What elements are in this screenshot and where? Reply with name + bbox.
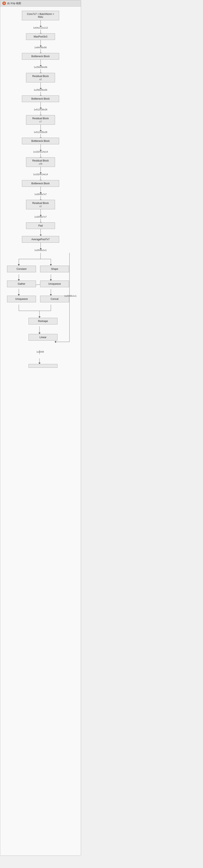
branch-section: Constant Shape Gather Unsqueeze Unsqueez… <box>3 253 78 394</box>
svg-marker-31 <box>38 363 40 364</box>
title-bar: X 由 Xnip 截图 <box>0 0 81 7</box>
arrow-1b <box>40 30 41 33</box>
flow-residual2: Residual Block x7 1x512x28x28 <box>0 115 81 138</box>
node-bottleneck1: Bottleneck Block <box>22 53 59 60</box>
flow-avgpool: AveragePool7x7 1x2048x1x1 <box>0 236 81 253</box>
arrow-1 <box>40 20 41 26</box>
node-bottleneck4: Bottleneck Block <box>22 180 59 187</box>
flow-pad: Pad <box>0 222 81 236</box>
svg-marker-17 <box>18 294 20 296</box>
svg-marker-16 <box>50 294 52 296</box>
svg-marker-5 <box>18 264 20 266</box>
arrow-7 <box>40 144 41 150</box>
arrow-11 <box>40 229 41 235</box>
arrow-12 <box>40 243 41 248</box>
node-avgpool: AveragePool7x7 <box>22 236 59 243</box>
flow-residual1: Residual Block x2 1x256x56x56 <box>0 73 81 95</box>
arrow-2 <box>40 40 41 46</box>
arrow-7b <box>40 154 41 157</box>
arrow-10 <box>40 209 41 215</box>
node-bottleneck3: Bottleneck Block <box>22 138 59 144</box>
svg-marker-26 <box>55 341 56 343</box>
node-concat: Reshape <box>29 318 58 324</box>
arrow-4b <box>40 92 41 95</box>
arrow-8 <box>40 167 41 173</box>
xnip-icon: X <box>2 1 6 5</box>
title-bar-label: 由 Xnip 截图 <box>7 2 21 5</box>
node-gather: Unsqueeze <box>40 281 69 287</box>
node-pad: Pad <box>26 222 55 229</box>
arrow-4 <box>40 83 41 88</box>
node-residual2: Residual Block x7 <box>26 115 55 125</box>
label-reshape: 1x2048 <box>32 350 48 353</box>
node-residual3-sub: x35 <box>29 162 52 165</box>
node-residual3: Residual Block x35 <box>26 157 55 167</box>
arrow-6 <box>40 125 41 130</box>
arrow-3 <box>40 60 41 65</box>
arrow-6b <box>40 134 41 138</box>
node-bottleneck2: Bottleneck Block <box>22 95 59 102</box>
arrow-5b <box>40 112 41 115</box>
node-residual4-sub: x2 <box>29 205 52 208</box>
label-side: 1x2048x1x1 <box>64 294 81 297</box>
arrow-8b <box>40 177 41 180</box>
node-reshape: Linear <box>29 334 58 341</box>
flow-conv: Conv7x7 > BatchNorm > Relu 1x64x112x112 <box>0 11 81 33</box>
arrow-9 <box>40 187 41 192</box>
svg-marker-28 <box>38 333 40 334</box>
flow-residual4: Residual Block x2 1x2048x7x7 <box>0 200 81 222</box>
flow-residual3: Residual Block x35 1x1024x14x14 <box>0 157 81 180</box>
flow-maxpool: MaxPool3x3 1x64x56x56 <box>0 33 81 53</box>
node-constant1: Constant <box>7 266 36 272</box>
node-conv: Conv7x7 > BatchNorm > Relu <box>22 11 59 20</box>
arrow-9b <box>40 196 41 200</box>
node-residual1: Residual Block x2 <box>26 73 55 83</box>
svg-text:X: X <box>3 2 5 5</box>
node-constant2: Gather <box>7 281 36 287</box>
node-residual2-sub: x7 <box>29 120 52 123</box>
flow-bottleneck4: Bottleneck Block 1x2048x7x7 <box>0 180 81 200</box>
flow-bottleneck2: Bottleneck Block 1x512x28x28 <box>0 95 81 115</box>
node-residual4: Residual Block x2 <box>26 200 55 209</box>
node-maxpool: MaxPool3x3 <box>26 33 55 40</box>
arrow-2b <box>40 49 41 53</box>
diagram-area: Conv7x7 > BatchNorm > Relu 1x64x112x112 … <box>0 7 81 856</box>
arrow-5 <box>40 102 41 108</box>
node-linear <box>29 364 58 368</box>
node-shape: Shape <box>40 266 69 272</box>
node-unsqueeze1: Unsqueeze <box>7 296 36 302</box>
main-window: X 由 Xnip 截图 Conv7x7 > BatchNorm > Relu 1… <box>0 0 81 856</box>
flow-bottleneck1: Bottleneck Block 1x256x56x56 <box>0 53 81 73</box>
arrow-10b <box>40 219 41 222</box>
node-residual1-sub: x2 <box>29 78 52 81</box>
svg-marker-7 <box>50 264 52 266</box>
svg-marker-22 <box>38 316 40 318</box>
flow-bottleneck3: Bottleneck Block 1x1024x14x14 <box>0 138 81 157</box>
arrow-3b <box>40 69 41 73</box>
